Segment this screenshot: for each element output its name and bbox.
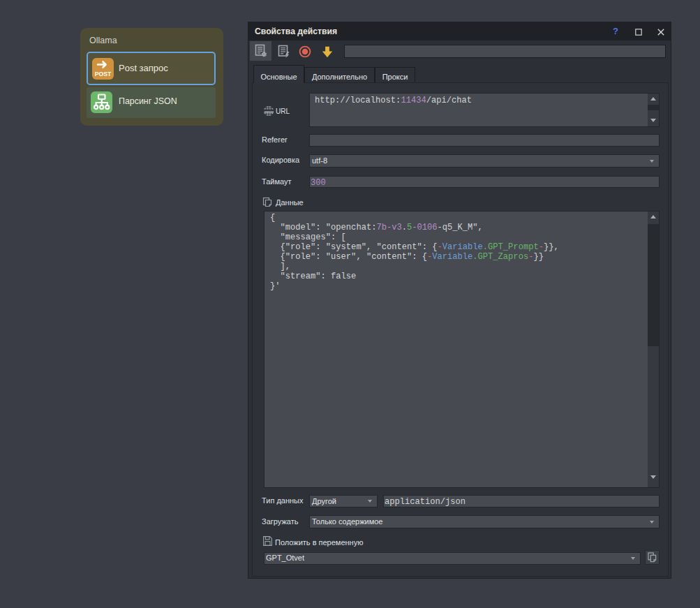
svg-text:www: www [264,109,274,114]
svg-text:POST: POST [95,71,112,77]
